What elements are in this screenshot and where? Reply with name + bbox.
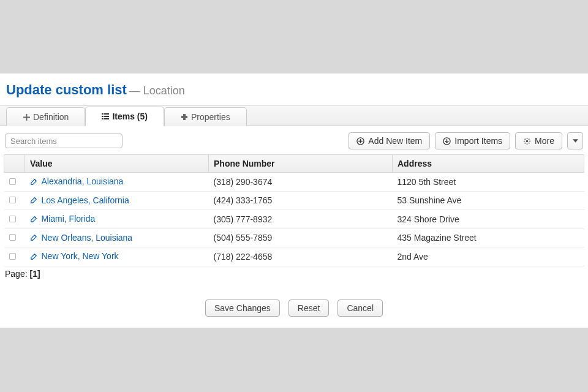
row-value-link[interactable]: New Orleans, Louisiana — [30, 233, 133, 243]
row-phone-text: (718) 222-4658 — [214, 252, 273, 262]
toolbar: Add New Item Import Items More — [0, 126, 588, 154]
import-items-button[interactable]: Import Items — [435, 132, 510, 149]
page-subtitle: — Location — [129, 85, 185, 97]
col-address[interactable]: Address — [393, 155, 584, 173]
table-body: Alexandria, Louisiana(318) 290-36741120 … — [4, 173, 584, 266]
row-value-cell: Alexandria, Louisiana — [25, 173, 209, 192]
svg-line-14 — [529, 143, 529, 143]
table-head: Value Phone Number Address — [4, 155, 584, 173]
col-value[interactable]: Value — [25, 155, 209, 173]
svg-line-13 — [525, 138, 526, 139]
add-new-item-button[interactable]: Add New Item — [349, 132, 430, 149]
gear-icon — [523, 137, 531, 145]
tab-definition[interactable]: Definition — [6, 107, 85, 126]
edit-icon — [30, 252, 38, 260]
tab-properties-label: Properties — [191, 112, 230, 122]
items-table: Value Phone Number Address Alexandria, L… — [4, 154, 584, 266]
page-panel: Update custom list — Location Definition… — [0, 74, 588, 328]
row-address-cell: 53 Sunshine Ave — [393, 191, 584, 210]
cancel-label: Cancel — [347, 303, 374, 313]
row-checkbox-cell — [4, 247, 25, 266]
table-row: Miami, Florida(305) 777-8932324 Shore Dr… — [4, 210, 584, 229]
pager: Page: [1] — [0, 266, 588, 285]
row-checkbox[interactable] — [9, 216, 16, 222]
row-value-text: Miami, Florida — [42, 214, 96, 224]
row-address-text: 2nd Ave — [398, 252, 428, 262]
edit-icon — [30, 215, 38, 223]
row-checkbox[interactable] — [9, 253, 16, 260]
row-value-link[interactable]: Miami, Florida — [30, 214, 96, 224]
row-phone-cell: (305) 777-8932 — [209, 210, 393, 229]
row-phone-cell: (318) 290-3674 — [209, 173, 393, 192]
row-value-cell: New Orleans, Louisiana — [25, 228, 209, 247]
table-row: Los Angeles, California(424) 333-176553 … — [4, 191, 584, 210]
reset-button[interactable]: Reset — [288, 300, 330, 317]
row-checkbox[interactable] — [9, 178, 16, 185]
row-checkbox-cell — [4, 191, 25, 210]
row-checkbox-cell — [4, 228, 25, 247]
page-title: Update custom list — [6, 82, 127, 97]
row-phone-cell: (424) 333-1765 — [209, 191, 393, 210]
col-phone[interactable]: Phone Number — [209, 155, 393, 173]
tab-items-label: Items (5) — [112, 111, 148, 121]
edit-icon — [30, 233, 38, 241]
col-checkbox[interactable] — [4, 155, 25, 173]
list-icon — [102, 113, 109, 120]
row-checkbox[interactable] — [9, 197, 16, 203]
col-address-label: Address — [398, 159, 432, 168]
row-checkbox-cell — [4, 173, 25, 192]
svg-line-16 — [525, 143, 526, 143]
caret-down-icon — [571, 137, 579, 145]
svg-rect-2 — [102, 116, 103, 117]
row-address-text: 324 Shore Drive — [398, 214, 459, 224]
pager-current[interactable]: [1] — [29, 269, 40, 279]
svg-rect-4 — [102, 118, 103, 119]
svg-point-8 — [526, 140, 529, 142]
footer-buttons: Save Changes Reset Cancel — [0, 285, 588, 328]
edit-icon — [30, 196, 38, 204]
import-items-label: Import Items — [454, 136, 502, 146]
pager-label: Page: — [5, 269, 28, 279]
row-phone-text: (305) 777-8932 — [214, 214, 273, 224]
row-value-text: Los Angeles, California — [42, 195, 129, 205]
more-button[interactable]: More — [515, 132, 562, 149]
table-row: New Orleans, Louisiana(504) 555-7859435 … — [4, 228, 584, 247]
svg-rect-0 — [102, 113, 103, 115]
plus-icon — [23, 113, 30, 121]
save-button[interactable]: Save Changes — [205, 300, 280, 317]
download-circle-icon — [443, 137, 451, 145]
row-value-link[interactable]: Alexandria, Louisiana — [30, 176, 124, 186]
row-value-link[interactable]: New York, New York — [30, 251, 119, 261]
save-label: Save Changes — [214, 303, 271, 313]
row-phone-cell: (718) 222-4658 — [209, 247, 393, 266]
row-phone-text: (504) 555-7859 — [214, 233, 273, 243]
tab-bar: Definition Items (5) Properties — [0, 105, 588, 126]
row-value-text: New York, New York — [42, 251, 119, 261]
tab-items[interactable]: Items (5) — [85, 107, 164, 126]
svg-rect-1 — [104, 113, 109, 115]
row-address-text: 435 Magazine Street — [398, 233, 477, 243]
edit-icon — [30, 178, 38, 186]
tab-properties[interactable]: Properties — [164, 107, 247, 126]
plus-circle-icon — [356, 137, 364, 145]
row-address-text: 1120 5th Street — [398, 177, 456, 187]
row-checkbox[interactable] — [9, 234, 16, 241]
row-phone-text: (424) 333-1765 — [214, 195, 273, 205]
row-address-cell: 324 Shore Drive — [393, 210, 584, 229]
more-label: More — [535, 136, 554, 146]
page-header: Update custom list — Location — [0, 74, 588, 105]
row-value-cell: Los Angeles, California — [25, 191, 209, 210]
svg-line-15 — [529, 138, 529, 139]
row-phone-text: (318) 290-3674 — [214, 177, 273, 187]
row-value-link[interactable]: Los Angeles, California — [30, 195, 129, 205]
tab-definition-label: Definition — [33, 112, 69, 122]
col-phone-label: Phone Number — [214, 159, 275, 168]
row-value-text: Alexandria, Louisiana — [42, 176, 124, 186]
cancel-button[interactable]: Cancel — [337, 300, 383, 317]
row-address-cell: 1120 5th Street — [393, 173, 584, 192]
row-value-cell: New York, New York — [25, 247, 209, 266]
search-input[interactable] — [5, 134, 123, 148]
table-row: Alexandria, Louisiana(318) 290-36741120 … — [4, 173, 584, 192]
more-dropdown-button[interactable] — [567, 132, 583, 149]
table-row: New York, New York(718) 222-46582nd Ave — [4, 247, 584, 266]
